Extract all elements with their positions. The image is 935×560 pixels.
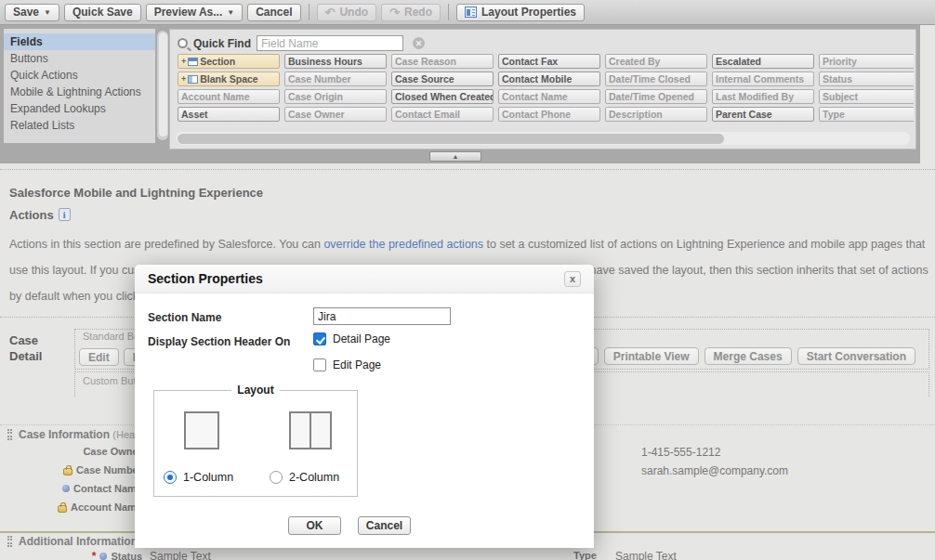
field-chip-business-hours[interactable]: Business Hours: [284, 54, 387, 69]
chevron-down-icon: ▼: [227, 8, 234, 17]
cancel-button[interactable]: Cancel: [247, 4, 300, 21]
dialog-title-bar: Section Properties x: [135, 265, 594, 293]
plus-icon: +: [181, 57, 186, 66]
field-chip-case-owner[interactable]: Case Owner: [284, 107, 387, 122]
field-chip-label: Parent Case: [716, 109, 772, 120]
field-chip-created-by[interactable]: Created By: [605, 54, 707, 69]
two-column-option[interactable]: 2-Column: [270, 471, 339, 484]
field-chip-description[interactable]: Description: [605, 107, 707, 122]
one-column-label: 1-Column: [183, 471, 233, 484]
field-chip-case-reason[interactable]: Case Reason: [391, 54, 494, 69]
clear-search-icon[interactable]: ✕: [413, 37, 425, 49]
palette-category-mobile-lightning-actions[interactable]: Mobile & Lightning Actions: [4, 84, 155, 100]
field-chip-last-modified-by[interactable]: Last Modified By: [712, 89, 814, 104]
lock-icon: [63, 468, 72, 475]
field-chip-status[interactable]: Status: [819, 72, 914, 86]
field-chip-contact-email[interactable]: Contact Email: [391, 107, 494, 122]
field-chip-contact-phone[interactable]: Contact Phone: [498, 107, 600, 122]
start-conversation-button[interactable]: Start Conversation: [797, 347, 915, 365]
one-column-option[interactable]: 1-Column: [164, 471, 233, 484]
field-chip-blank-space[interactable]: +Blank Space: [178, 72, 280, 86]
field-chip-parent-case[interactable]: Parent Case: [712, 107, 814, 122]
field-chip-label: Closed When Created: [395, 91, 494, 102]
collapse-palette-button[interactable]: ▲: [429, 151, 481, 162]
sidebar-scrollbar-thumb[interactable]: [159, 33, 167, 137]
field-chip-case-origin[interactable]: Case Origin: [284, 89, 387, 104]
field-chip-type[interactable]: Type: [819, 107, 914, 122]
field-chip-priority[interactable]: Priority: [819, 54, 914, 69]
field-chip-label: Contact Email: [395, 109, 460, 120]
field-chip-label: Internal Comments: [716, 73, 804, 85]
section-icon: [188, 58, 198, 66]
layout-properties-button[interactable]: Layout Properties: [456, 4, 585, 21]
drag-handle-icon[interactable]: [7, 429, 12, 440]
palette-category-buttons[interactable]: Buttons: [4, 50, 155, 67]
field-value-email: sarah.sample@company.com: [641, 464, 788, 477]
dialog-title: Section Properties: [148, 271, 263, 286]
edit-page-checkbox[interactable]: [313, 358, 326, 371]
field-chip-contact-fax[interactable]: Contact Fax: [498, 54, 600, 69]
preview-as-button[interactable]: Preview As... ▼: [146, 4, 244, 21]
drag-handle-icon[interactable]: [7, 536, 12, 547]
palette-category-related-lists[interactable]: Related Lists: [4, 117, 155, 134]
palette-fields-area: Quick Find ✕ +Section+Blank SpaceAccount…: [169, 29, 916, 150]
field-chip-escalated[interactable]: Escalated: [712, 54, 814, 69]
toolbar-separator: [309, 4, 309, 20]
detail-page-checkbox[interactable]: [313, 332, 326, 345]
field-chip-account-name[interactable]: Account Name: [178, 89, 280, 104]
quick-save-button[interactable]: Quick Save: [64, 4, 141, 21]
field-chip-closed-when-created[interactable]: Closed When Created: [391, 89, 494, 104]
field-chip-contact-mobile[interactable]: Contact Mobile: [498, 72, 600, 86]
undo-button[interactable]: ↶ Undo: [317, 4, 377, 21]
palette-scrollbar-thumb[interactable]: [178, 134, 724, 144]
section-name-input[interactable]: [313, 307, 451, 325]
palette-category-fields[interactable]: Fields: [4, 33, 155, 50]
field-chip-subject[interactable]: Subject: [819, 89, 914, 104]
field-chip-date-time-opened[interactable]: Date/Time Opened: [605, 89, 707, 104]
merge-cases-button[interactable]: Merge Cases: [705, 347, 792, 365]
palette-horizontal-scrollbar[interactable]: [176, 132, 910, 145]
actions-section-title-line2: Actionsi: [9, 208, 71, 222]
printable-view-button[interactable]: Printable View: [604, 347, 699, 365]
field-chip-label: Subject: [823, 91, 858, 102]
two-column-radio[interactable]: [270, 471, 283, 484]
palette-category-expanded-lookups[interactable]: Expanded Lookups: [4, 100, 155, 117]
quick-find-input[interactable]: [257, 35, 403, 51]
field-chip-internal-comments[interactable]: Internal Comments: [712, 72, 814, 86]
field-chip-section[interactable]: +Section: [178, 54, 280, 69]
field-chip-contact-name[interactable]: Contact Name: [498, 89, 600, 104]
override-predefined-actions-link[interactable]: override the predefined actions: [323, 238, 483, 251]
display-section-header-label: Display Section Header On: [148, 335, 290, 348]
palette-category-quick-actions[interactable]: Quick Actions: [4, 67, 155, 84]
one-column-radio[interactable]: [164, 471, 177, 484]
save-button[interactable]: Save ▼: [5, 4, 59, 21]
field-chip-asset[interactable]: Asset: [178, 107, 280, 122]
field-chip-date-time-closed[interactable]: Date/Time Closed: [605, 72, 707, 86]
field-label-text: Contact Name: [73, 483, 142, 494]
field-chip-label: Status: [823, 73, 852, 85]
undo-icon: ↶: [325, 7, 336, 19]
field-chip-case-source[interactable]: Case Source: [391, 72, 494, 86]
field-chip-case-number[interactable]: Case Number: [284, 72, 387, 86]
field-chip-label: Date/Time Opened: [609, 91, 694, 102]
type-field-value: Sample Text: [615, 550, 677, 560]
preview-as-label: Preview As...: [154, 6, 223, 19]
two-column-label: 2-Column: [289, 471, 339, 484]
case-information-header-suffix: (Hea: [112, 429, 135, 440]
edit-page-label: Edit Page: [333, 358, 381, 371]
ok-button[interactable]: OK: [288, 516, 341, 535]
palette-category-list: FieldsButtonsQuick ActionsMobile & Light…: [4, 29, 155, 143]
info-icon[interactable]: i: [59, 208, 71, 221]
edit-button[interactable]: Edit: [79, 348, 119, 366]
field-chip-label: Case Number: [288, 73, 351, 85]
dialog-cancel-button[interactable]: Cancel: [358, 516, 411, 535]
field-chip-label: Description: [609, 109, 663, 120]
sidebar-scrollbar[interactable]: [157, 31, 168, 140]
status-label-text: Status: [111, 551, 142, 560]
quick-save-label: Quick Save: [72, 6, 133, 19]
save-label: Save: [13, 6, 39, 19]
additional-information-header: Additional Information: [19, 535, 138, 548]
field-value-phone: 1-415-555-1212: [641, 446, 720, 459]
redo-button[interactable]: ↷ Redo: [381, 4, 441, 21]
close-icon[interactable]: x: [564, 271, 581, 287]
